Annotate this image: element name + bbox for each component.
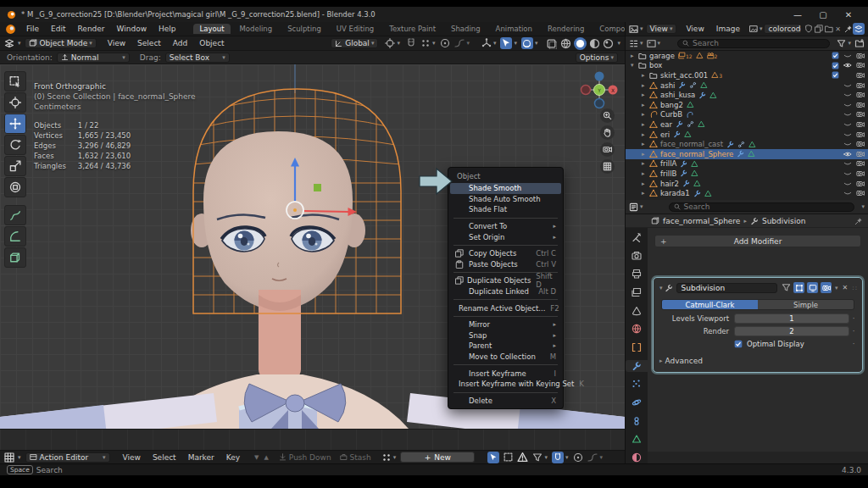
camera-visibility-icon[interactable] [856,180,865,188]
outliner-row-karada1[interactable]: ▸karada1 [626,188,868,198]
camera-visibility-icon[interactable] [856,189,865,197]
viewport-menu-select[interactable]: Select [131,39,167,47]
outliner-display-chevron[interactable]: ▾ [658,40,661,47]
expander-icon[interactable]: ▸ [642,121,649,128]
dope-editor-chevron[interactable]: ▾ [18,454,21,461]
show-in-editmode-icon[interactable] [793,282,804,293]
image-editor-type-icon[interactable] [629,25,638,34]
proportional-edit-icon[interactable] [440,38,450,48]
dope-filter-chevron[interactable]: ▾ [544,454,548,461]
outliner-row-frilla[interactable]: ▸frillA [626,159,868,169]
levels-viewport-field[interactable]: 1 [734,313,849,324]
expander-icon[interactable]: ▾ [631,62,638,69]
outliner-row-frillb[interactable]: ▸frillB [626,169,868,179]
outliner-editor-type-icon[interactable] [629,39,638,48]
browse-down-icon[interactable]: ▼ [254,454,259,461]
outliner-row-curbb[interactable]: ▸CurbB [626,110,868,120]
camera-visibility-icon[interactable] [856,91,865,99]
minimize-button[interactable]: — [785,10,810,19]
box-select-tool-button[interactable] [4,71,26,92]
camera-visibility-icon[interactable] [856,101,865,109]
camera-visibility-icon[interactable] [856,130,865,139]
properties-tab-modifiers[interactable] [626,360,648,372]
eye-closed-icon[interactable] [843,169,852,178]
browse-up-icon[interactable]: ▲ [264,454,268,461]
pan-hand-icon[interactable] [600,125,615,140]
eye-closed-icon[interactable] [843,189,852,197]
selectable-checkbox[interactable] [832,62,839,69]
camera-visibility-icon[interactable] [856,81,865,90]
menu-window[interactable]: Window [111,25,153,33]
menu-render[interactable]: Render [72,25,111,33]
dope-filter-icon[interactable] [532,452,542,463]
falloff-curve-icon[interactable] [454,38,465,48]
gizmo-chevron[interactable]: ▾ [493,40,497,47]
shading-toggle-icon[interactable] [546,38,557,49]
camera-visibility-icon[interactable] [856,61,865,69]
dope-falloff-icon[interactable] [587,452,598,463]
properties-tab-constraints[interactable] [626,415,648,427]
workspace-tab-rendering[interactable]: Rendering [541,24,591,34]
modifier-drag-handle[interactable]: :: [852,285,858,291]
dope-select-cursor-icon[interactable] [487,452,499,463]
workspace-tab-layout[interactable]: Layout [193,24,231,34]
show-on-cage-icon[interactable] [782,283,791,292]
dope-snap-icon[interactable] [552,452,564,463]
breadcrumb-object-name[interactable]: face_normal_Sphere [663,217,740,225]
animate-dot[interactable]: · [849,327,858,336]
eye-closed-icon[interactable] [843,180,852,188]
eye-closed-icon[interactable] [843,52,852,60]
falloff-chevron[interactable]: ▾ [466,40,470,47]
workspace-tab-texture-paint[interactable]: Texture Paint [382,24,442,34]
properties-tab-object[interactable] [626,341,648,353]
optimal-display-checkbox[interactable] [734,340,743,348]
maximize-button[interactable]: ▢ [810,10,836,19]
copy-image-icon[interactable] [815,25,823,33]
outliner-row-box[interactable]: ▾box [626,61,868,71]
camera-visibility-icon[interactable] [856,140,865,148]
expander-icon[interactable]: ▸ [642,170,649,177]
outliner-row-eri[interactable]: ▸eri [626,130,868,140]
outliner-row-ashi-kusa[interactable]: ▸ashi_kusa [626,90,868,100]
expander-icon[interactable]: ▸ [642,141,649,147]
image-name-field[interactable]: colorcode.png [764,24,802,34]
camera-view-icon[interactable] [600,142,615,157]
eye-open-icon[interactable] [843,61,852,69]
selectable-checkbox[interactable] [832,52,839,59]
snap-chevron[interactable]: ▾ [432,40,436,47]
properties-editor-chevron[interactable]: ▾ [640,203,643,210]
expander-icon[interactable]: ▸ [642,131,649,138]
eye-closed-icon[interactable] [843,140,852,148]
dope-sheet-area[interactable] [0,429,625,450]
nav-gizmo[interactable]: X Y [579,69,620,110]
menu-item-shade-auto-smooth[interactable]: Shade Auto Smooth [448,194,563,205]
menu-item-paste-objects[interactable]: Paste ObjectsCtrl V [448,259,563,270]
outliner-row-garage[interactable]: ▸garage122 [626,51,868,61]
properties-options-chevron[interactable]: ▾ [861,203,865,210]
properties-tab-world[interactable] [626,323,648,335]
image-menu-image[interactable]: Image [710,25,746,33]
dope-snap-chevron[interactable]: ▾ [565,454,569,461]
outliner-display-mode-icon[interactable] [647,39,656,48]
camera-visibility-icon[interactable] [856,159,865,168]
expander-icon[interactable]: ▸ [631,53,638,59]
xray-chevron[interactable]: ▾ [535,40,538,47]
modifier-name-field[interactable]: Subdivision [676,283,778,293]
catmull-clark-tab[interactable]: Catmull-Clark [662,300,758,309]
mode-selector[interactable]: Object Mode▾ [25,38,97,48]
outliner-row-hair2[interactable]: ▸hair2 [626,179,868,189]
action-datablock-chevron[interactable]: ▾ [393,454,397,461]
expander-icon[interactable]: ▸ [642,111,649,118]
modifier-extras-chevron[interactable]: ▾ [835,285,838,291]
viewport-menu-add[interactable]: Add [167,39,193,47]
shading-material-icon[interactable] [589,38,600,49]
push-down-button[interactable]: Push Down [279,453,331,462]
render-levels-field[interactable]: 2 [734,326,849,336]
menu-item-insert-keyframe[interactable]: Insert KeyframeI [448,368,563,379]
eye-closed-icon[interactable] [843,159,852,168]
rotate-tool-button[interactable] [4,135,26,155]
camera-visibility-icon[interactable] [856,52,865,60]
editor-type-chevron[interactable]: ▾ [18,40,21,47]
properties-tab-tool[interactable] [626,231,648,243]
shading-rendered-icon[interactable] [603,38,614,49]
